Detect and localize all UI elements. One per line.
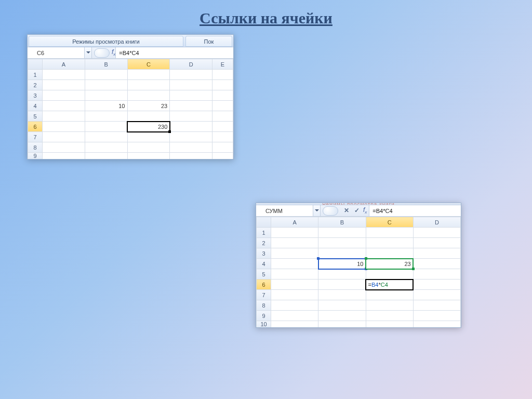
ribbon-group-cut[interactable]: Пок [185,36,232,47]
row-header[interactable]: 9 [257,311,271,321]
excel-screenshot-1: Режимы просмотра книги Пок C6 fx =B4*C4 … [27,34,234,159]
row-header[interactable]: 1 [28,70,43,80]
formula-oval [94,48,110,58]
select-all-corner[interactable] [28,59,43,70]
row-header[interactable]: 5 [257,269,271,280]
row-header[interactable]: 1 [257,228,271,238]
row-header[interactable]: 2 [28,80,43,90]
col-header[interactable]: C [127,59,170,70]
fx-icon[interactable]: fx [112,48,115,57]
enter-icon[interactable]: ✓ [353,206,361,215]
row-header[interactable]: 5 [28,111,43,122]
row-header[interactable]: 8 [28,142,43,153]
col-header[interactable]: B [318,217,366,228]
col-header[interactable]: D [170,59,212,70]
row-header[interactable]: 7 [257,290,271,300]
spreadsheet-grid[interactable]: A B C D 1 2 3 4 10 23 5 6 =B4*C4 7 8 9 1… [256,217,461,327]
col-header[interactable]: C [366,217,413,228]
name-box[interactable]: СУММ [256,205,313,216]
row-header[interactable]: 4 [257,259,271,269]
row-header[interactable]: 8 [257,300,271,311]
cell[interactable]: 23 [127,101,170,111]
select-all-corner[interactable] [257,217,271,228]
col-header[interactable]: E [212,59,233,70]
active-edit-cell[interactable]: =B4*C4 [366,280,413,290]
row-header[interactable]: 3 [28,90,43,101]
col-header[interactable]: A [43,59,85,70]
ribbon-group-view[interactable]: Режимы просмотра книги [29,36,183,47]
cell-ref-b4[interactable]: 10 [318,259,366,269]
ribbon: Режимы просмотра книги Пок [28,35,233,47]
row-header[interactable]: 6 [28,122,43,132]
formula-input[interactable]: =B4*C4 [369,205,461,216]
formula-bar: C6 fx =B4*C4 [28,47,233,59]
cancel-icon[interactable]: ✕ [342,206,351,215]
cell[interactable]: 10 [85,101,127,111]
active-cell[interactable]: 230 [127,122,170,132]
row-header[interactable]: 6 [257,280,271,290]
row-header[interactable]: 3 [257,248,271,259]
formula-oval [323,206,338,216]
col-header[interactable]: B [85,59,127,70]
row-header[interactable]: 10 [257,321,271,328]
cell-ref-c4[interactable]: 23 [366,259,413,269]
row-header[interactable]: 7 [28,132,43,142]
col-header[interactable]: D [413,217,460,228]
formula-bar: СУММ ✕ ✓ fx =B4*C4 [256,205,461,217]
name-box-dropdown-icon[interactable] [85,47,92,58]
row-header[interactable]: 2 [257,238,271,248]
name-box[interactable]: C6 [28,47,85,58]
spreadsheet-grid[interactable]: A B C D E 1 2 3 4 10 23 5 6 230 7 8 9 [28,59,233,159]
excel-screenshot-2: Режимы просмотра книги СУММ ✕ ✓ fx =B4*C… [256,203,461,328]
row-header[interactable]: 4 [28,101,43,111]
col-header[interactable]: A [271,217,318,228]
formula-input[interactable]: =B4*C4 [115,47,233,58]
row-header[interactable]: 9 [28,153,43,159]
name-box-dropdown-icon[interactable] [313,205,321,216]
fx-icon[interactable]: fx [363,206,367,215]
slide-title: Ссылки на ячейки [0,0,532,27]
